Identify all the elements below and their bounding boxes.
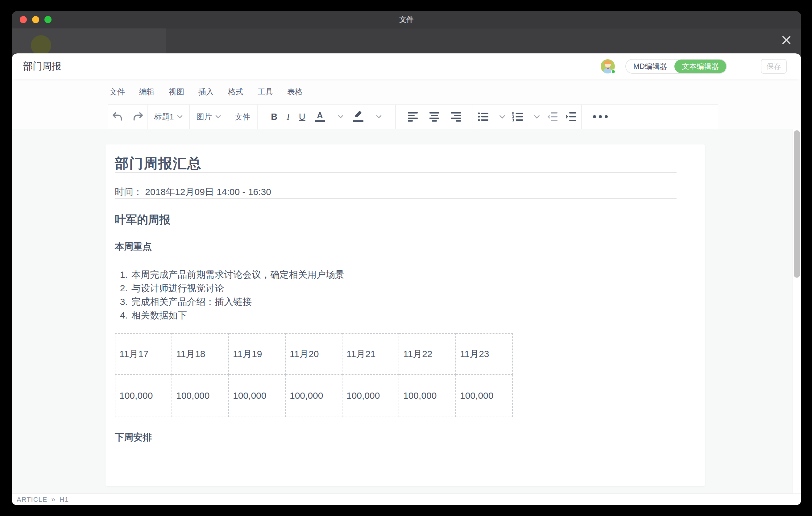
- align-left-button[interactable]: [407, 112, 419, 122]
- page-scrollbar[interactable]: [792, 129, 801, 493]
- image-group: 图片: [190, 105, 228, 129]
- list-group: [473, 105, 582, 129]
- menu-bar: 文件编辑视图插入格式工具表格: [12, 79, 801, 104]
- menu-item[interactable]: 编辑: [139, 87, 154, 97]
- align-right-button[interactable]: [450, 112, 462, 122]
- doc-list-item[interactable]: 与设计师进行视觉讨论: [130, 282, 676, 295]
- document-page[interactable]: 部门周报汇总 时间： 2018年12月09日 14:00 - 16:30 叶军的…: [106, 144, 705, 486]
- highlight-bar: [353, 120, 364, 122]
- align-center-icon: [429, 112, 440, 122]
- table-header-cell[interactable]: 11月20: [285, 334, 342, 374]
- table-value-cell[interactable]: 100,000: [115, 374, 172, 417]
- align-center-button[interactable]: [429, 112, 440, 122]
- screen: 文件 部门周报: [0, 0, 812, 516]
- doc-list-item[interactable]: 本周完成产品前期需求讨论会议，确定相关用户场景: [130, 268, 676, 282]
- insert-file-button[interactable]: 文件: [235, 112, 251, 122]
- bullet-list-button[interactable]: [477, 112, 490, 122]
- indent-button[interactable]: [565, 112, 577, 122]
- chevron-down-icon[interactable]: [338, 114, 344, 119]
- more-button[interactable]: [593, 115, 608, 118]
- italic-button[interactable]: I: [287, 112, 290, 122]
- text-editor-button[interactable]: 文本编辑器: [674, 60, 726, 73]
- dialog-header: 部门周报 MD编辑器 文本编辑器 保存: [12, 53, 801, 79]
- doc-section-heading[interactable]: 叶军的周报: [115, 213, 676, 227]
- doc-subsection-this-week[interactable]: 本周重点: [115, 241, 676, 253]
- editor-mode-toggle: MD编辑器 文本编辑器: [625, 59, 727, 74]
- numbered-list-icon: [512, 112, 524, 122]
- close-button[interactable]: [779, 33, 793, 47]
- menu-item[interactable]: 插入: [198, 87, 214, 97]
- menu-item[interactable]: 表格: [287, 87, 303, 97]
- table-value-cell[interactable]: 100,000: [229, 374, 285, 417]
- table-value-cell[interactable]: 100,000: [456, 374, 513, 417]
- undo-icon: [112, 111, 123, 122]
- document-title: 部门周报: [23, 60, 61, 73]
- table-header-cell[interactable]: 11月19: [229, 334, 285, 374]
- underline-button[interactable]: U: [299, 112, 306, 122]
- header-controls: MD编辑器 文本编辑器 保存: [601, 59, 787, 74]
- chevron-down-icon[interactable]: [499, 114, 506, 119]
- save-button[interactable]: 保存: [761, 59, 787, 74]
- doc-list-item[interactable]: 相关数据如下: [130, 309, 676, 322]
- toolbar: 标题1 图片: [108, 104, 718, 129]
- doc-list-item[interactable]: 完成相关产品介绍：插入链接: [130, 295, 676, 309]
- more-group: [582, 105, 619, 129]
- breadcrumb-segment: ARTICLE: [17, 496, 48, 504]
- close-traffic-light[interactable]: [20, 16, 27, 23]
- titlebar: 文件: [12, 11, 801, 28]
- window-title: 文件: [400, 15, 414, 24]
- avatar[interactable]: [601, 59, 615, 74]
- color-bar: [315, 120, 325, 122]
- outdent-button[interactable]: [546, 112, 559, 122]
- align-left-icon: [407, 112, 419, 122]
- table-header-cell[interactable]: 11月21: [342, 334, 399, 374]
- doc-heading[interactable]: 部门周报汇总: [115, 155, 676, 172]
- divider: [115, 172, 676, 173]
- redo-button[interactable]: [132, 111, 144, 122]
- table-header-cell[interactable]: 11月22: [399, 334, 456, 374]
- menu-item[interactable]: 格式: [228, 87, 243, 97]
- heading-select[interactable]: 标题1: [154, 112, 183, 122]
- chevron-down-icon: [177, 114, 183, 119]
- table-row: 11月1711月1811月1911月2011月2111月2211月23: [115, 334, 513, 374]
- table-header-cell[interactable]: 11月18: [172, 334, 229, 374]
- indent-icon: [565, 112, 577, 122]
- undo-button[interactable]: [112, 111, 123, 122]
- align-right-icon: [450, 112, 462, 122]
- chevron-down-icon[interactable]: [533, 114, 540, 119]
- doc-numbered-list[interactable]: 本周完成产品前期需求讨论会议，确定相关用户场景与设计师进行视觉讨论完成相关产品介…: [115, 268, 676, 322]
- table-value-cell[interactable]: 100,000: [172, 374, 229, 417]
- menu-item[interactable]: 工具: [258, 87, 273, 97]
- table-value-cell[interactable]: 100,000: [285, 374, 342, 417]
- insert-image-button[interactable]: 图片: [197, 112, 221, 122]
- doc-time-line[interactable]: 时间： 2018年12月09日 14:00 - 16:30: [115, 186, 676, 198]
- traffic-lights: [20, 11, 52, 28]
- font-color-button[interactable]: A: [315, 111, 325, 122]
- md-editor-button[interactable]: MD编辑器: [626, 60, 674, 73]
- menu-item[interactable]: 文件: [110, 87, 125, 97]
- doc-table[interactable]: 11月1711月1811月1911月2011月2111月2211月23100,0…: [115, 333, 513, 417]
- online-status-dot: [611, 69, 615, 74]
- minimize-traffic-light[interactable]: [32, 16, 39, 23]
- table-value-cell[interactable]: 100,000: [342, 374, 399, 417]
- table-row: 100,000100,000100,000100,000100,000100,0…: [115, 374, 513, 417]
- scrollbar-thumb[interactable]: [794, 130, 800, 278]
- table-value-cell[interactable]: 100,000: [399, 374, 456, 417]
- bold-button[interactable]: B: [271, 112, 277, 122]
- divider: [115, 198, 676, 199]
- doc-subsection-next-week[interactable]: 下周安排: [115, 431, 676, 443]
- editor-dialog: 部门周报 MD编辑器 文本编辑器 保存 文件编辑视图插入格式工具表格: [12, 53, 801, 505]
- bullet-list-icon: [477, 112, 490, 122]
- chevron-down-icon[interactable]: [376, 114, 382, 119]
- numbered-list-button[interactable]: [512, 112, 524, 122]
- format-group: B I U A: [258, 105, 396, 129]
- zoom-traffic-light[interactable]: [45, 16, 52, 23]
- outdent-icon: [546, 112, 559, 122]
- file-group: 文件: [228, 105, 258, 129]
- menu-item[interactable]: 视图: [169, 87, 184, 97]
- highlight-button[interactable]: [353, 111, 364, 122]
- app-window: 文件 部门周报: [12, 11, 801, 505]
- table-header-cell[interactable]: 11月23: [456, 334, 513, 374]
- table-header-cell[interactable]: 11月17: [115, 334, 172, 374]
- breadcrumb-separator: »: [52, 496, 56, 504]
